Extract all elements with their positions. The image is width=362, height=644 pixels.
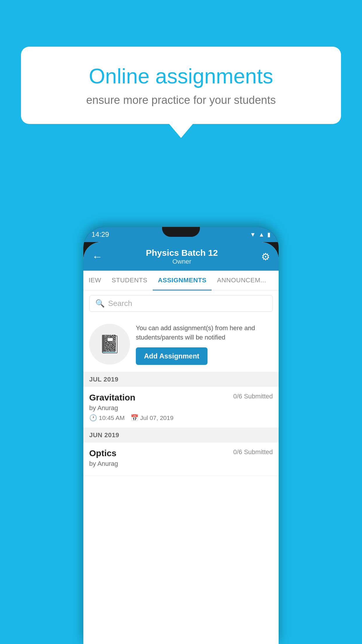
assignment-name-optics: Optics bbox=[89, 448, 116, 458]
tab-students[interactable]: STUDENTS bbox=[106, 271, 153, 290]
tab-announcements[interactable]: ANNOUNCEM... bbox=[212, 271, 271, 290]
month-header-jul: JUL 2019 bbox=[83, 372, 279, 387]
assignment-submitted-gravitation: 0/6 Submitted bbox=[233, 393, 273, 400]
tab-assignments[interactable]: ASSIGNMENTS bbox=[153, 271, 212, 290]
signal-icon: ▲ bbox=[259, 231, 264, 238]
calendar-icon: 📅 bbox=[131, 414, 138, 422]
app-content: ← Physics Batch 12 Owner ⚙ IEW STUDENTS … bbox=[83, 242, 279, 644]
promo-text-area: You can add assignment(s) from here and … bbox=[136, 323, 273, 365]
assignment-row-top-optics: Optics 0/6 Submitted bbox=[89, 448, 273, 458]
search-placeholder: Search bbox=[108, 299, 132, 308]
search-bar[interactable]: 🔍 Search bbox=[89, 295, 273, 312]
header-title-main: Physics Batch 12 bbox=[103, 248, 261, 258]
settings-button[interactable]: ⚙ bbox=[261, 251, 270, 262]
wifi-icon: ▼ bbox=[250, 231, 256, 238]
status-icons: ▼ ▲ ▮ bbox=[250, 231, 270, 238]
assignment-submitted-optics: 0/6 Submitted bbox=[233, 448, 273, 456]
header-title: Physics Batch 12 Owner bbox=[103, 248, 261, 265]
phone-frame: 14:29 ▼ ▲ ▮ ← Physics Batch 12 Owner ⚙ I… bbox=[83, 227, 279, 644]
back-button[interactable]: ← bbox=[92, 251, 103, 263]
search-container: 🔍 Search bbox=[83, 290, 279, 316]
speech-bubble-heading: Online assignments bbox=[41, 64, 321, 88]
month-header-jun: JUN 2019 bbox=[83, 428, 279, 442]
phone-notch bbox=[162, 227, 200, 237]
header-title-sub: Owner bbox=[103, 258, 261, 265]
clock-icon: 🕐 bbox=[89, 414, 97, 422]
promo-description: You can add assignment(s) from here and … bbox=[136, 323, 273, 342]
assignment-meta-gravitation: 🕐 10:45 AM 📅 Jul 07, 2019 bbox=[89, 414, 273, 422]
promo-icon-circle: 📓 bbox=[89, 324, 130, 365]
speech-bubble-container: Online assignments ensure more practice … bbox=[21, 47, 341, 124]
add-assignment-button[interactable]: Add Assignment bbox=[136, 347, 208, 365]
assignment-date-gravitation: 📅 Jul 07, 2019 bbox=[131, 414, 173, 422]
battery-icon: ▮ bbox=[267, 231, 270, 238]
assignment-name-gravitation: Gravitation bbox=[89, 393, 135, 402]
assignment-row-top: Gravitation 0/6 Submitted bbox=[89, 393, 273, 402]
scroll-area[interactable]: 🔍 Search 📓 You can add assignment(s) fro… bbox=[83, 290, 279, 644]
app-header: ← Physics Batch 12 Owner ⚙ bbox=[83, 242, 279, 271]
assignment-time-gravitation: 🕐 10:45 AM bbox=[89, 414, 125, 422]
speech-bubble: Online assignments ensure more practice … bbox=[21, 47, 341, 124]
assignment-item-gravitation[interactable]: Gravitation 0/6 Submitted by Anurag 🕐 10… bbox=[83, 387, 279, 428]
notebook-icon: 📓 bbox=[99, 334, 121, 354]
assignment-author-gravitation: by Anurag bbox=[89, 404, 273, 412]
tab-iew[interactable]: IEW bbox=[83, 271, 106, 290]
status-time: 14:29 bbox=[92, 230, 109, 239]
assignment-author-optics: by Anurag bbox=[89, 460, 273, 468]
promo-section: 📓 You can add assignment(s) from here an… bbox=[83, 316, 279, 372]
speech-bubble-subtext: ensure more practice for your students bbox=[41, 94, 321, 106]
search-icon: 🔍 bbox=[95, 299, 105, 308]
assignment-item-optics[interactable]: Optics 0/6 Submitted by Anurag bbox=[83, 442, 279, 476]
tabs-bar: IEW STUDENTS ASSIGNMENTS ANNOUNCEM... bbox=[83, 271, 279, 290]
